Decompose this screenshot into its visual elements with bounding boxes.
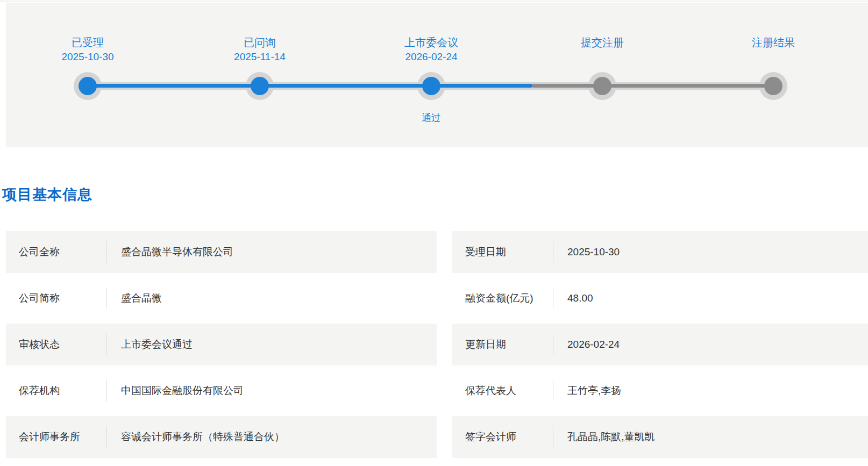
info-value: 孔晶晶,陈默,董凯凯 xyxy=(567,430,655,444)
timeline-step-registration-result: 注册结果 xyxy=(693,35,854,50)
info-label: 融资金额(亿元) xyxy=(465,291,553,305)
timeline-node-done-icon xyxy=(422,77,440,95)
timeline-progress-pending xyxy=(532,84,773,88)
table-row: 保荐代表人 王竹亭,李扬 xyxy=(452,370,868,412)
table-row: 公司全称 盛合晶微半导体有限公司 xyxy=(6,231,437,273)
info-value: 中国国际金融股份有限公司 xyxy=(121,384,244,398)
table-row: 受理日期 2025-10-30 xyxy=(452,231,868,273)
divider xyxy=(553,334,553,355)
timeline-step-committee-meeting: 上市委会议 2026-02-24 xyxy=(351,35,512,64)
info-label: 签字会计师 xyxy=(465,430,553,444)
info-value: 2025-10-30 xyxy=(567,246,620,258)
timeline-node-pending-icon xyxy=(764,77,782,95)
divider xyxy=(106,288,107,309)
info-label: 保荐代表人 xyxy=(465,384,553,398)
basic-info-table-left: 公司全称 盛合晶微半导体有限公司 公司简称 盛合晶微 审核状态 上市委会议通过 … xyxy=(6,231,437,462)
info-value: 上市委会议通过 xyxy=(121,338,193,352)
table-row: 会计师事务所 容诚会计师事务所（特殊普通合伙） xyxy=(6,416,437,458)
table-row: 更新日期 2026-02-24 xyxy=(452,324,868,365)
info-value: 2026-02-24 xyxy=(567,339,620,350)
info-label: 受理日期 xyxy=(465,245,553,259)
info-value: 王竹亭,李扬 xyxy=(567,384,621,398)
step-date: 2025-11-14 xyxy=(179,50,340,64)
info-value: 盛合晶微半导体有限公司 xyxy=(121,245,233,259)
top-edge-strip xyxy=(0,0,868,2)
table-row: 保荐机构 中国国际金融股份有限公司 xyxy=(6,370,437,412)
step-title: 已问询 xyxy=(179,35,340,50)
timeline-node-pending-icon xyxy=(593,77,611,95)
info-label: 保荐机构 xyxy=(19,384,106,398)
timeline-progress-done xyxy=(88,84,532,88)
timeline-node-done-icon xyxy=(79,77,97,95)
divider xyxy=(553,288,553,309)
divider xyxy=(106,380,107,402)
table-row: 审核状态 上市委会议通过 xyxy=(6,324,437,365)
timeline-step-accepted: 已受理 2025-10-30 xyxy=(7,35,168,64)
info-label: 审核状态 xyxy=(19,338,106,352)
divider xyxy=(106,334,107,355)
info-value: 48.00 xyxy=(567,292,593,304)
divider xyxy=(106,241,107,263)
info-label: 会计师事务所 xyxy=(19,430,106,444)
page-title: 项目基本信息 xyxy=(2,185,93,204)
timeline-step-submit-registration: 提交注册 xyxy=(522,35,683,50)
divider xyxy=(106,426,107,448)
step-date: 2025-10-30 xyxy=(7,50,168,64)
timeline-node-done-icon xyxy=(251,77,269,95)
info-label: 公司简称 xyxy=(19,291,106,305)
info-label: 公司全称 xyxy=(19,245,106,259)
table-row: 公司简称 盛合晶微 xyxy=(6,277,437,319)
timeline-step-inquired: 已问询 2025-11-14 xyxy=(179,35,340,64)
divider xyxy=(553,241,553,263)
divider xyxy=(553,426,553,448)
step-title: 注册结果 xyxy=(693,35,854,50)
step-date: 2026-02-24 xyxy=(351,50,512,64)
info-label: 更新日期 xyxy=(465,338,553,352)
step-title: 上市委会议 xyxy=(351,35,512,50)
table-row: 签字会计师 孔晶晶,陈默,董凯凯 xyxy=(452,416,868,458)
audit-progress-timeline: 已受理 2025-10-30 已问询 2025-11-14 上市委会议 2026… xyxy=(6,3,868,147)
info-value: 容诚会计师事务所（特殊普通合伙） xyxy=(121,430,284,444)
info-value: 盛合晶微 xyxy=(121,291,162,305)
ipo-project-page: 已受理 2025-10-30 已问询 2025-11-14 上市委会议 2026… xyxy=(0,0,868,466)
divider xyxy=(553,380,553,402)
table-row: 融资金额(亿元) 48.00 xyxy=(452,277,868,319)
meeting-result-note: 通过 xyxy=(351,111,512,124)
step-title: 已受理 xyxy=(7,35,168,50)
step-title: 提交注册 xyxy=(522,35,683,50)
basic-info-table-right: 受理日期 2025-10-30 融资金额(亿元) 48.00 更新日期 2026… xyxy=(452,231,868,462)
